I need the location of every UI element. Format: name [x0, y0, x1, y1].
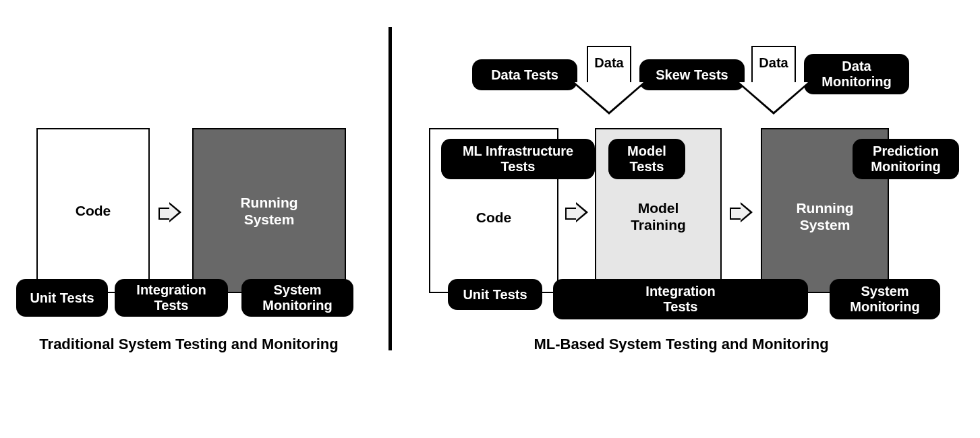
right-arrow2-icon	[730, 202, 753, 222]
right-sysmon-text: System Monitoring	[850, 284, 919, 315]
right-model-tests-pill: Model Tests	[608, 139, 685, 179]
right-skew-tests-text: Skew Tests	[656, 67, 728, 83]
right-code-label: Code	[429, 209, 558, 226]
left-code-label: Code	[36, 202, 150, 219]
right-skew-tests-pill: Skew Tests	[639, 59, 745, 90]
right-ml-infra-pill: ML Infrastructure Tests	[441, 139, 595, 179]
right-pred-mon-pill: Prediction Monitoring	[853, 139, 959, 179]
right-data-mon-pill: Data Monitoring	[804, 54, 909, 94]
right-caption: ML-Based System Testing and Monitoring	[499, 336, 863, 353]
right-integration-text: Integration Tests	[645, 284, 715, 315]
right-model-tests-text: Model Tests	[627, 144, 666, 175]
left-caption: Traditional System Testing and Monitorin…	[20, 336, 357, 353]
left-unit-tests-text: Unit Tests	[30, 290, 94, 306]
right-sysmon-pill: System Monitoring	[830, 279, 940, 319]
right-unit-tests-pill: Unit Tests	[448, 279, 542, 310]
vertical-divider	[388, 27, 392, 350]
left-integration-pill: Integration Tests	[115, 279, 228, 317]
right-model-training-label: Model Training	[595, 199, 722, 233]
left-unit-tests-pill: Unit Tests	[16, 279, 108, 317]
left-sysmon-text: System Monitoring	[262, 282, 332, 313]
left-integration-text: Integration Tests	[136, 282, 206, 313]
diagram-root: Code Running System Unit Tests Integrati…	[0, 0, 980, 438]
right-data-arrow1-text: Data	[572, 55, 646, 71]
right-data-mon-text: Data Monitoring	[822, 59, 891, 90]
right-pred-mon-text: Prediction Monitoring	[871, 144, 940, 175]
right-integration-pill: Integration Tests	[553, 279, 808, 319]
right-running-label: Running System	[761, 199, 889, 233]
left-running-label: Running System	[192, 194, 346, 228]
left-sysmon-pill: System Monitoring	[241, 279, 353, 317]
right-ml-infra-text: ML Infrastructure Tests	[463, 144, 573, 175]
right-data-arrow2-text: Data	[737, 55, 811, 71]
right-unit-tests-text: Unit Tests	[463, 287, 527, 303]
right-data-tests-text: Data Tests	[491, 67, 558, 83]
left-arrow-icon	[158, 202, 181, 222]
right-data-tests-pill: Data Tests	[472, 59, 577, 90]
right-arrow1-icon	[565, 202, 588, 222]
